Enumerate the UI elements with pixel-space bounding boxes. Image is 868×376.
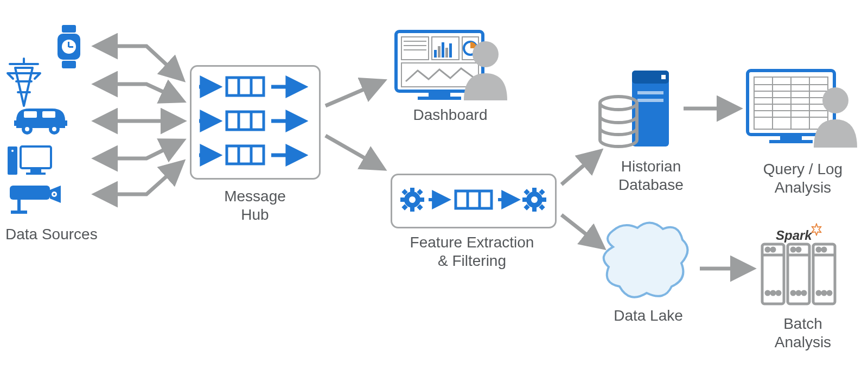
svg-rect-6 bbox=[14, 120, 67, 126]
svg-rect-59 bbox=[419, 197, 424, 202]
feature-extraction-inner bbox=[400, 188, 546, 212]
svg-point-106 bbox=[777, 291, 780, 295]
connectors-from-hub bbox=[326, 81, 382, 168]
message-hub-queues bbox=[199, 78, 304, 164]
svg-rect-83 bbox=[637, 91, 663, 94]
svg-rect-58 bbox=[400, 197, 406, 202]
desktop-computer-icon bbox=[8, 146, 51, 175]
svg-point-112 bbox=[797, 291, 800, 295]
svg-point-117 bbox=[822, 248, 826, 251]
batch-analysis-icon bbox=[762, 244, 835, 304]
svg-rect-1 bbox=[62, 25, 76, 33]
dashboard-icon bbox=[396, 31, 507, 100]
connectors-sources-to-hub bbox=[97, 46, 182, 194]
svg-rect-12 bbox=[42, 111, 55, 118]
svg-rect-18 bbox=[10, 186, 50, 200]
svg-rect-71 bbox=[532, 188, 537, 193]
svg-point-104 bbox=[766, 291, 769, 295]
security-camera-icon bbox=[10, 186, 61, 214]
svg-rect-56 bbox=[410, 188, 414, 193]
svg-rect-41 bbox=[401, 37, 429, 60]
svg-rect-19 bbox=[17, 200, 21, 212]
svg-rect-74 bbox=[541, 197, 546, 202]
svg-rect-49 bbox=[445, 48, 448, 58]
svg-point-118 bbox=[817, 291, 820, 295]
svg-point-54 bbox=[473, 41, 499, 67]
svg-rect-2 bbox=[62, 61, 76, 68]
smartwatch-icon bbox=[58, 25, 80, 68]
svg-point-113 bbox=[802, 291, 806, 295]
car-icon bbox=[14, 109, 67, 135]
svg-rect-84 bbox=[637, 99, 663, 102]
svg-rect-87 bbox=[780, 135, 802, 140]
svg-point-119 bbox=[822, 291, 826, 295]
svg-rect-13 bbox=[21, 146, 51, 168]
svg-point-85 bbox=[600, 97, 637, 110]
svg-rect-88 bbox=[769, 140, 813, 143]
svg-rect-47 bbox=[438, 46, 441, 58]
svg-rect-24 bbox=[227, 78, 264, 95]
svg-point-9 bbox=[25, 127, 29, 131]
svg-rect-15 bbox=[26, 173, 46, 175]
connectors-from-fe bbox=[561, 152, 602, 247]
svg-rect-66 bbox=[456, 191, 492, 208]
svg-rect-29 bbox=[227, 112, 264, 130]
svg-rect-82 bbox=[661, 75, 666, 79]
svg-rect-57 bbox=[410, 206, 414, 212]
svg-point-99 bbox=[822, 87, 848, 113]
svg-point-79 bbox=[531, 196, 538, 203]
svg-point-10 bbox=[52, 127, 56, 131]
architecture-diagram: Data Sources Message Hub Dashboard Featu… bbox=[0, 0, 868, 376]
svg-rect-46 bbox=[434, 50, 437, 58]
svg-rect-20 bbox=[11, 211, 27, 214]
svg-point-110 bbox=[797, 248, 800, 251]
svg-point-17 bbox=[11, 150, 14, 152]
svg-rect-72 bbox=[532, 206, 537, 212]
svg-point-120 bbox=[828, 291, 831, 295]
svg-point-116 bbox=[817, 248, 820, 251]
svg-rect-48 bbox=[442, 42, 444, 58]
svg-rect-50 bbox=[449, 43, 452, 58]
svg-point-111 bbox=[792, 291, 795, 295]
svg-point-105 bbox=[771, 291, 775, 295]
svg-rect-11 bbox=[24, 111, 37, 118]
svg-point-102 bbox=[766, 248, 769, 251]
svg-point-22 bbox=[53, 193, 55, 195]
svg-rect-40 bbox=[418, 97, 461, 100]
svg-rect-39 bbox=[429, 91, 450, 97]
svg-rect-34 bbox=[227, 146, 264, 164]
historian-database-icon bbox=[600, 71, 669, 146]
svg-rect-5 bbox=[69, 46, 73, 48]
data-lake-icon bbox=[604, 222, 688, 297]
svg-point-103 bbox=[771, 248, 775, 251]
diagram-svg bbox=[0, 0, 868, 376]
query-log-analysis-icon bbox=[748, 71, 857, 148]
svg-rect-14 bbox=[30, 169, 41, 173]
svg-rect-73 bbox=[522, 197, 528, 202]
svg-point-64 bbox=[409, 196, 416, 203]
svg-point-109 bbox=[792, 248, 795, 251]
power-tower-icon bbox=[8, 59, 40, 106]
